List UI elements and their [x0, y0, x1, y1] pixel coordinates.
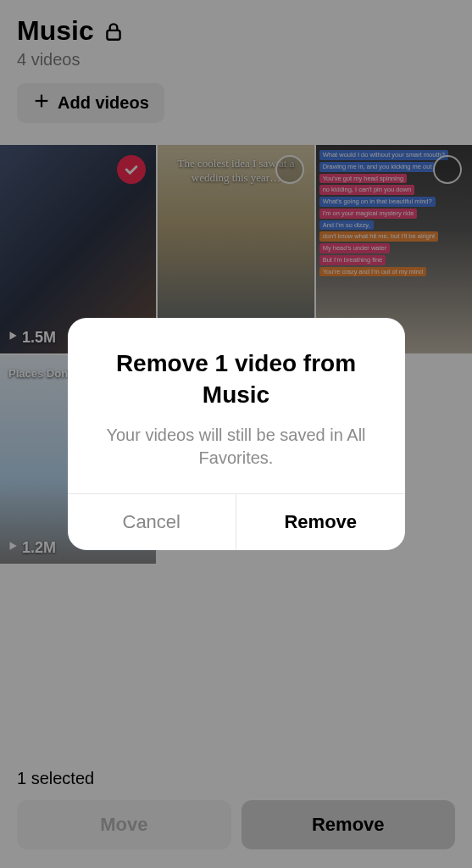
cancel-button[interactable]: Cancel: [68, 494, 237, 550]
dialog-description: Your videos will still be saved in All F…: [90, 424, 383, 470]
confirm-dialog: Remove 1 video from Music Your videos wi…: [68, 318, 405, 550]
modal-overlay[interactable]: Remove 1 video from Music Your videos wi…: [0, 0, 472, 868]
confirm-remove-button[interactable]: Remove: [236, 494, 405, 550]
dialog-title: Remove 1 video from Music: [90, 348, 383, 410]
